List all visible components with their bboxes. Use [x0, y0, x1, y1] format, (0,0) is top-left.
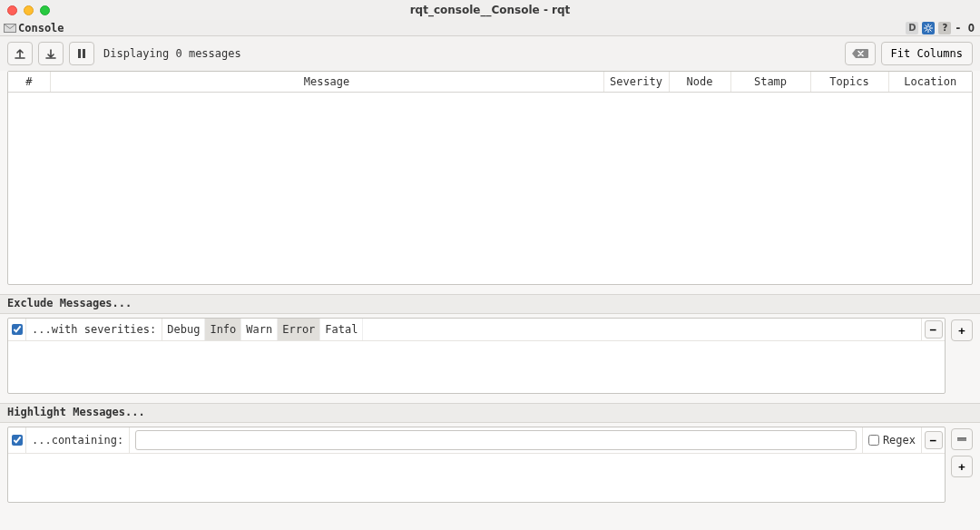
save-button[interactable] — [38, 42, 64, 65]
severity-chip-debug[interactable]: Debug — [162, 319, 205, 340]
highlight-filter-row: ...containing: Regex − — [8, 427, 945, 454]
exclude-title: Exclude Messages... — [0, 294, 980, 314]
exclude-filter-row: ...with severities: Debug Info Warn Erro… — [8, 319, 945, 341]
svg-line-8 — [930, 25, 932, 26]
exclude-add-button[interactable]: + — [951, 319, 973, 341]
highlight-containing-input[interactable] — [135, 430, 857, 450]
svg-point-1 — [926, 25, 930, 29]
envelope-icon — [4, 24, 16, 33]
highlight-section: Highlight Messages... ...containing: Reg… — [7, 403, 973, 503]
highlight-add-button[interactable]: + — [951, 456, 973, 477]
window-titlebar: rqt_console__Console - rqt — [0, 0, 980, 20]
svg-rect-13 — [83, 49, 85, 58]
severity-chip-list: Debug Info Warn Error Fatal — [162, 319, 363, 340]
gear-icon[interactable] — [922, 22, 935, 34]
col-node[interactable]: Node — [669, 72, 730, 93]
col-message[interactable]: Message — [50, 72, 603, 93]
col-number[interactable]: # — [8, 72, 50, 93]
highlight-row-enable-checkbox[interactable] — [12, 435, 23, 446]
severity-chip-info[interactable]: Info — [205, 319, 241, 340]
svg-line-7 — [930, 30, 932, 32]
clear-button[interactable] — [845, 42, 876, 65]
status-text: Displaying 0 messages — [103, 47, 241, 60]
d-badge-icon[interactable]: D — [906, 22, 918, 34]
regex-checkbox[interactable] — [868, 435, 879, 446]
svg-line-6 — [926, 25, 927, 26]
severity-chip-fatal[interactable]: Fatal — [320, 319, 363, 340]
svg-rect-12 — [78, 49, 81, 58]
content: # Message Severity Node Stamp Topics Loc… — [0, 71, 980, 528]
exclude-row-remove-button[interactable]: − — [925, 320, 943, 339]
highlight-title: Highlight Messages... — [0, 403, 980, 423]
exclude-section: Exclude Messages... ...with severities: … — [7, 294, 973, 394]
fit-columns-button[interactable]: Fit Columns — [881, 42, 973, 65]
severity-chip-error[interactable]: Error — [278, 319, 320, 340]
highlight-resume-button[interactable] — [951, 428, 973, 450]
col-stamp[interactable]: Stamp — [730, 72, 810, 93]
messages-table[interactable]: # Message Severity Node Stamp Topics Loc… — [7, 71, 973, 285]
load-button[interactable] — [7, 42, 33, 65]
severity-chip-warn[interactable]: Warn — [241, 319, 278, 340]
messages-table-header[interactable]: # Message Severity Node Stamp Topics Loc… — [8, 72, 972, 93]
window-title: rqt_console__Console - rqt — [0, 4, 980, 16]
exclude-filter-box: ...with severities: Debug Info Warn Erro… — [7, 318, 946, 394]
toolbar: Displaying 0 messages Fit Columns — [0, 36, 980, 71]
dock-title: Console — [18, 22, 64, 34]
col-severity[interactable]: Severity — [603, 72, 669, 93]
exclude-row-label: ...with severities: — [26, 319, 162, 340]
highlight-row-remove-button[interactable]: − — [925, 431, 943, 449]
dock-header: Console D ? - O — [0, 20, 980, 36]
highlight-row-label: ...containing: — [26, 427, 130, 453]
help-icon[interactable]: ? — [938, 22, 951, 34]
pause-button[interactable] — [69, 42, 94, 65]
svg-rect-15 — [957, 437, 966, 438]
highlight-filter-box: ...containing: Regex − — [7, 427, 946, 503]
col-location[interactable]: Location — [888, 72, 972, 93]
dock-right-text: - O — [955, 22, 975, 34]
col-topics[interactable]: Topics — [810, 72, 888, 93]
regex-label: Regex — [883, 434, 916, 447]
exclude-row-enable-checkbox[interactable] — [12, 324, 23, 335]
svg-line-9 — [926, 30, 927, 32]
